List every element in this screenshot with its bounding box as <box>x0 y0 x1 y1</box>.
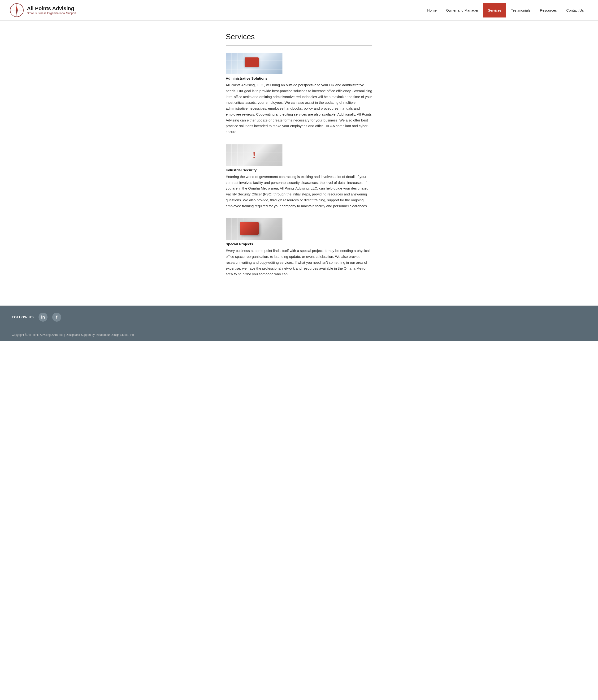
logo-subtitle: Small Business Organizational Support <box>27 11 76 15</box>
footer-top: FOLLOW US in f <box>0 305 598 329</box>
special-image <box>226 218 282 240</box>
follow-us-label: FOLLOW US <box>12 315 34 319</box>
administrative-title: Administrative Solutions <box>226 76 372 80</box>
site-header: All Points Advising Small Business Organ… <box>0 0 598 21</box>
special-text: Every business at some point finds itsel… <box>226 248 372 277</box>
svg-marker-4 <box>16 10 18 16</box>
administrative-text: All Points Advising, LLC., will bring an… <box>226 82 372 135</box>
security-exclamation-icon: ! <box>253 150 255 160</box>
nav-owner-and-manager[interactable]: Owner and Manager <box>441 3 483 18</box>
nav-home[interactable]: Home <box>422 3 441 18</box>
service-administrative: Administrative Solutions All Points Advi… <box>226 53 372 135</box>
nav-contact-us[interactable]: Contact Us <box>562 3 589 18</box>
nav-services[interactable]: Services <box>483 3 506 18</box>
industrial-text: Entering the world of government contrac… <box>226 174 372 209</box>
linkedin-icon[interactable]: in <box>39 312 48 322</box>
facebook-icon[interactable]: f <box>52 312 61 322</box>
main-nav: Home Owner and Manager Services Testimon… <box>422 3 589 18</box>
industrial-image: ! <box>226 144 282 166</box>
footer-copyright: Copyright © All Points Advising 2018 Sit… <box>0 329 598 341</box>
main-content: Services Administrative Solutions All Po… <box>0 21 598 305</box>
compass-logo-icon <box>9 3 24 18</box>
logo-title: All Points Advising <box>27 5 76 11</box>
service-industrial: ! Industrial Security Entering the world… <box>226 144 372 209</box>
nav-testimonials[interactable]: Testimonials <box>506 3 535 18</box>
site-footer: FOLLOW US in f Copyright © All Points Ad… <box>0 305 598 341</box>
administrative-image <box>226 53 282 74</box>
special-title: Special Projects <box>226 242 372 246</box>
svg-marker-3 <box>16 5 18 10</box>
svg-point-5 <box>16 9 18 11</box>
logo-link[interactable]: All Points Advising Small Business Organ… <box>9 3 76 18</box>
page-title: Services <box>226 32 372 41</box>
nav-resources[interactable]: Resources <box>535 3 562 18</box>
title-divider <box>226 45 372 46</box>
service-special: Special Projects Every business at some … <box>226 218 372 277</box>
industrial-title: Industrial Security <box>226 168 372 172</box>
